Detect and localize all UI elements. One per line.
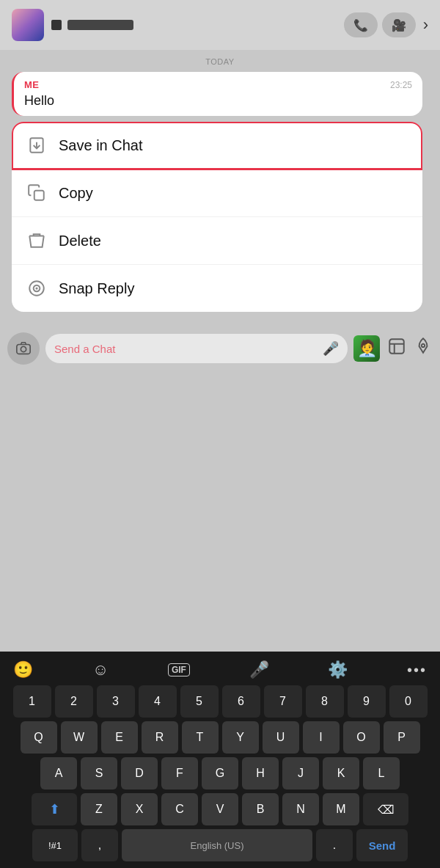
key-8[interactable]: 8 <box>306 685 344 718</box>
key-3[interactable]: 3 <box>97 685 135 718</box>
mic-toolbar-icon[interactable]: 🎤 <box>249 660 269 679</box>
keyboard-toolbar: 🙂 ☺️ GIF 🎤 ⚙️ ••• <box>3 657 437 685</box>
more-options-icon[interactable]: › <box>423 15 428 34</box>
key-m[interactable]: M <box>323 793 359 825</box>
asdf-row: A S D F G H J K L <box>3 757 437 789</box>
key-e[interactable]: E <box>101 721 138 754</box>
copy-icon <box>26 183 47 203</box>
svg-rect-9 <box>389 339 404 354</box>
key-2[interactable]: 2 <box>55 685 93 718</box>
key-g[interactable]: G <box>202 757 238 789</box>
name-text <box>67 20 133 30</box>
phone-call-button[interactable]: 📞 <box>344 12 378 37</box>
key-a[interactable]: A <box>40 757 77 789</box>
key-i[interactable]: I <box>303 721 340 754</box>
svg-point-12 <box>422 344 425 347</box>
save-in-chat-label: Save in Chat <box>59 137 143 154</box>
key-s[interactable]: S <box>81 757 117 789</box>
contact-name-block <box>51 20 337 30</box>
key-h[interactable]: H <box>242 757 279 789</box>
key-c[interactable]: C <box>161 793 198 825</box>
avatar[interactable] <box>12 9 44 41</box>
context-save-in-chat[interactable]: Save in Chat <box>12 122 422 169</box>
name-icon <box>51 20 62 30</box>
copy-label: Copy <box>59 185 93 202</box>
context-copy[interactable]: Copy <box>12 169 422 217</box>
qwerty-row: Q W E R T Y U I O P <box>3 721 437 754</box>
rocket-button[interactable] <box>414 337 433 360</box>
key-u[interactable]: U <box>263 721 299 754</box>
context-delete[interactable]: Delete <box>12 217 422 265</box>
message-sender: ME <box>24 79 40 90</box>
message-time: 23:25 <box>390 80 412 90</box>
message-bubble: ME 23:25 Hello <box>12 72 422 116</box>
chat-header: 📞 🎥 › <box>0 0 440 50</box>
svg-point-8 <box>21 346 26 351</box>
save-in-chat-icon <box>26 135 47 156</box>
key-5[interactable]: 5 <box>180 685 219 718</box>
numbers-switch-key[interactable]: !#1 <box>32 829 78 861</box>
svg-point-6 <box>35 287 37 289</box>
bottom-input-bar: Send a Chat 🎤 🧑‍💼 <box>0 325 440 371</box>
camera-button[interactable] <box>7 332 40 365</box>
key-k[interactable]: K <box>323 757 359 789</box>
key-6[interactable]: 6 <box>222 685 260 718</box>
context-menu: Save in Chat Copy Delete <box>12 122 422 312</box>
key-d[interactable]: D <box>121 757 158 789</box>
keyboard: 🙂 ☺️ GIF 🎤 ⚙️ ••• 1 2 3 4 5 6 7 8 9 0 Q … <box>0 652 440 868</box>
svg-rect-7 <box>17 345 30 354</box>
delete-label: Delete <box>59 233 101 249</box>
key-t[interactable]: T <box>182 721 219 754</box>
video-icon: 🎥 <box>392 18 406 32</box>
zxcv-row: ⬆ Z X C V B N M ⌫ <box>3 793 437 825</box>
chat-area: TODAY ME 23:25 Hello Save in Chat <box>0 50 440 325</box>
backspace-key[interactable]: ⌫ <box>363 793 408 825</box>
message-text: Hello <box>24 93 412 109</box>
gif-toolbar-button[interactable]: GIF <box>168 663 190 676</box>
send-key[interactable]: Send <box>356 829 408 861</box>
header-action-icons: 📞 🎥 › <box>344 12 428 37</box>
key-y[interactable]: Y <box>222 721 259 754</box>
key-o[interactable]: O <box>343 721 380 754</box>
key-l[interactable]: L <box>363 757 400 789</box>
key-f[interactable]: F <box>161 757 198 789</box>
key-b[interactable]: B <box>242 793 279 825</box>
message-header: ME 23:25 <box>24 79 412 90</box>
key-w[interactable]: W <box>61 721 98 754</box>
bottom-row: !#1 , English (US) . Send <box>3 829 437 861</box>
key-1[interactable]: 1 <box>13 685 51 718</box>
bitmoji-button[interactable]: 🧑‍💼 <box>353 335 380 362</box>
delete-icon <box>26 230 47 251</box>
key-p[interactable]: P <box>384 721 420 754</box>
period-key[interactable]: . <box>316 829 353 861</box>
smiley-toolbar-icon[interactable]: ☺️ <box>92 660 109 679</box>
comma-key[interactable]: , <box>81 829 118 861</box>
chat-input-placeholder: Send a Chat <box>54 343 317 355</box>
sticker-button[interactable] <box>387 337 406 360</box>
key-n[interactable]: N <box>282 793 319 825</box>
key-z[interactable]: Z <box>81 793 117 825</box>
today-divider: TODAY <box>12 57 428 66</box>
key-v[interactable]: V <box>202 793 238 825</box>
chat-input[interactable]: Send a Chat 🎤 <box>45 334 348 363</box>
key-9[interactable]: 9 <box>348 685 386 718</box>
key-x[interactable]: X <box>121 793 158 825</box>
context-snap-reply[interactable]: Snap Reply <box>12 265 422 312</box>
phone-icon: 📞 <box>353 18 368 32</box>
shift-key[interactable]: ⬆ <box>32 793 77 825</box>
snap-reply-icon <box>26 278 47 299</box>
key-7[interactable]: 7 <box>264 685 302 718</box>
key-q[interactable]: Q <box>21 721 57 754</box>
video-call-button[interactable]: 🎥 <box>382 12 416 37</box>
svg-rect-2 <box>34 191 44 200</box>
number-row: 1 2 3 4 5 6 7 8 9 0 <box>3 685 437 718</box>
key-r[interactable]: R <box>142 721 178 754</box>
key-4[interactable]: 4 <box>139 685 177 718</box>
key-j[interactable]: J <box>282 757 319 789</box>
key-0[interactable]: 0 <box>389 685 428 718</box>
space-key[interactable]: English (US) <box>122 829 312 861</box>
emoji-toolbar-icon[interactable]: 🙂 <box>13 660 33 679</box>
settings-toolbar-icon[interactable]: ⚙️ <box>328 660 348 679</box>
more-toolbar-button[interactable]: ••• <box>407 662 427 679</box>
snap-reply-label: Snap Reply <box>59 280 134 297</box>
